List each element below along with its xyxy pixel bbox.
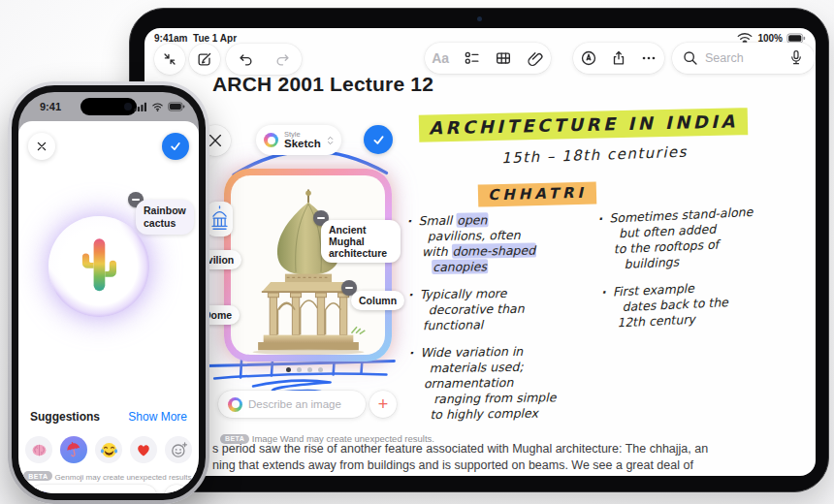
genmoji-tag[interactable]: Rainbow cactus bbox=[136, 200, 194, 235]
compose-icon bbox=[196, 50, 213, 68]
accept-genmoji-button[interactable] bbox=[162, 133, 189, 160]
more-icon[interactable] bbox=[640, 49, 658, 67]
table-icon[interactable] bbox=[495, 49, 512, 67]
search-icon bbox=[682, 49, 699, 67]
page-dot[interactable] bbox=[286, 367, 291, 372]
close-icon bbox=[36, 141, 48, 152]
dynamic-island bbox=[80, 98, 137, 115]
iphone-status-bar: 9:41 bbox=[18, 92, 199, 125]
undo-redo-group bbox=[226, 44, 302, 75]
page-dot[interactable] bbox=[318, 367, 323, 372]
wifi-icon bbox=[151, 102, 164, 111]
describe-image-input[interactable]: Describe an image bbox=[218, 391, 366, 418]
style-label: Style bbox=[284, 131, 321, 139]
markup-tools-group bbox=[573, 43, 664, 74]
handwritten-bullet: ·Typically moredecorative thanfunctional bbox=[407, 285, 607, 334]
chevron-up-down-icon bbox=[327, 134, 334, 147]
close-genmoji-button[interactable] bbox=[28, 133, 55, 160]
person-icon bbox=[170, 490, 183, 493]
handwritten-bullet: ·Wide variation inmaterials used;ornamen… bbox=[408, 343, 608, 424]
ipad-camera bbox=[477, 16, 482, 21]
umbrella-emoji[interactable] bbox=[60, 436, 87, 463]
ipad-date: Tue 1 Apr bbox=[193, 33, 237, 44]
handwritten-heading: ARCHITECTURE IN INDIA bbox=[419, 108, 748, 142]
attach-icon[interactable] bbox=[527, 49, 544, 67]
page-dot[interactable] bbox=[297, 367, 302, 372]
compose-button[interactable] bbox=[189, 44, 220, 75]
notes-left-column: ·Small openpavilions, oftenwith dome-sha… bbox=[406, 211, 608, 435]
checkmark-icon bbox=[371, 133, 386, 147]
show-more-link[interactable]: Show More bbox=[128, 410, 187, 424]
apple-intelligence-icon bbox=[228, 397, 242, 412]
describe-genmoji-input[interactable]: Describe a Genmoji bbox=[29, 485, 157, 493]
brain-emoji[interactable] bbox=[25, 436, 52, 463]
tag-ancient-mughal[interactable]: Ancient Mughal architecture bbox=[321, 220, 401, 263]
stage: 9:41am Tue 1 Apr 100% bbox=[0, 0, 834, 504]
format-icon[interactable]: Aa bbox=[432, 50, 449, 66]
battery-percent: 100% bbox=[757, 33, 783, 44]
original-sketch-thumbnail[interactable] bbox=[207, 202, 233, 236]
typed-note-line1: s period saw the rise of another feature… bbox=[212, 442, 708, 456]
handwritten-section: CHHATRI bbox=[478, 181, 596, 206]
heart-emoji[interactable] bbox=[130, 436, 157, 463]
notes-right-column: ·Sometimes stand-alonebut often addedto … bbox=[597, 202, 816, 343]
style-selector[interactable]: Style Sketch bbox=[256, 125, 341, 155]
battery-icon bbox=[168, 102, 185, 111]
mic-icon[interactable] bbox=[787, 49, 805, 67]
undo-icon[interactable] bbox=[237, 50, 254, 68]
laughing-emoji[interactable] bbox=[95, 436, 122, 463]
generated-image-card[interactable] bbox=[224, 169, 392, 362]
describe-genmoji-placeholder: Describe a Genmoji bbox=[54, 491, 144, 493]
handwritten-bullet: ·Small openpavilions, oftenwith dome-sha… bbox=[406, 211, 606, 276]
battery-icon bbox=[786, 33, 806, 44]
handwritten-bullet: ·First exampledates back to the12th cent… bbox=[600, 275, 816, 331]
add-image-button[interactable]: + bbox=[369, 391, 397, 418]
collapse-icon bbox=[161, 50, 178, 68]
cellular-icon bbox=[134, 102, 147, 111]
note-title: ARCH 2001 Lecture 12 bbox=[212, 73, 433, 96]
suggestion-emoji-row bbox=[25, 436, 192, 463]
ipad-status-left: 9:41am Tue 1 Apr bbox=[154, 33, 237, 44]
share-icon[interactable] bbox=[610, 49, 627, 67]
genmoji-beta-note: BETA Genmoji may create unexpected resul… bbox=[18, 471, 199, 482]
checklist-icon[interactable] bbox=[464, 49, 481, 67]
apple-intelligence-icon bbox=[37, 491, 49, 494]
sketch-thumbnail-drawing bbox=[209, 205, 230, 233]
chhatri-illustration bbox=[236, 184, 381, 355]
new-genmoji-icon[interactable] bbox=[165, 436, 192, 463]
format-tools-group: Aa bbox=[425, 43, 551, 74]
tag-column[interactable]: Column bbox=[351, 291, 404, 310]
redo-icon[interactable] bbox=[274, 50, 292, 68]
page-dot[interactable] bbox=[307, 367, 312, 372]
annotate-icon[interactable] bbox=[580, 49, 597, 67]
genmoji-sheet: Rainbow cactus Suggestions Show More bbox=[18, 121, 199, 493]
ipad-device: 9:41am Tue 1 Apr 100% bbox=[129, 8, 829, 492]
beta-badge: BETA bbox=[23, 471, 52, 481]
suggestions-title: Suggestions bbox=[30, 410, 100, 424]
typed-note-line2: ning that extends away from buildings an… bbox=[212, 458, 693, 472]
genmoji-bubble bbox=[48, 216, 149, 317]
describe-image-placeholder: Describe an image bbox=[248, 398, 341, 410]
checkmark-icon bbox=[169, 140, 182, 153]
image-page-dots[interactable] bbox=[286, 367, 323, 372]
iphone-device: 9:41 bbox=[8, 81, 209, 504]
handwritten-bullet: ·Sometimes stand-alonebut often addedto … bbox=[597, 202, 816, 273]
apple-intelligence-icon bbox=[264, 133, 278, 147]
ipad-time: 9:41am bbox=[154, 33, 187, 44]
rainbow-cactus-emoji bbox=[72, 232, 126, 301]
search-placeholder: Search bbox=[705, 51, 782, 65]
person-genmoji-button[interactable] bbox=[164, 485, 189, 493]
collapse-button[interactable] bbox=[154, 44, 185, 75]
iphone-screen: 9:41 bbox=[18, 92, 199, 493]
handwritten-subheading: 15th – 18th centuries bbox=[501, 143, 689, 168]
search-field[interactable]: Search bbox=[672, 43, 815, 74]
style-value: Sketch bbox=[284, 138, 321, 149]
accept-image-button[interactable] bbox=[364, 125, 393, 154]
iphone-time: 9:41 bbox=[40, 101, 61, 112]
ipad-notes-app: 9:41am Tue 1 Apr 100% bbox=[144, 28, 816, 476]
generated-image bbox=[231, 175, 385, 355]
